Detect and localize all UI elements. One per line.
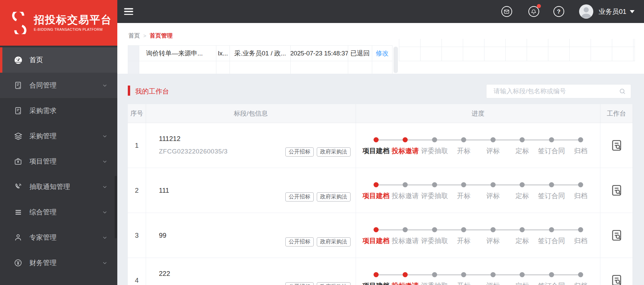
sidebar-scrollbar[interactable] — [115, 176, 117, 238]
progress-step-label: 评标 — [486, 146, 500, 156]
table-scrollbar[interactable] — [393, 47, 398, 73]
progress-dot — [549, 272, 554, 277]
progress-step-label: 投标邀请 — [392, 146, 419, 156]
progress-step-label: 定标 — [516, 191, 529, 200]
username[interactable]: 业务员01 — [599, 7, 626, 16]
package-type-tag: 政府采购法 — [317, 147, 351, 157]
package-type-tag: 政府采购法 — [317, 192, 351, 201]
empty-cell — [372, 61, 392, 74]
message-icon[interactable] — [501, 6, 512, 17]
order-status: 已退回 — [348, 46, 372, 61]
progress-dot — [578, 227, 583, 232]
progress-step-label: 定标 — [516, 236, 529, 245]
sidebar-item-procurement-mgmt[interactable]: 采购管理 — [0, 123, 117, 149]
sidebar-item-label: 综合管理 — [29, 208, 56, 217]
progress-step-label: 项目建档 — [362, 236, 389, 245]
table-header: 序号 标段/包信息 进度 工作台 — [128, 104, 633, 123]
notification-bell-icon[interactable] — [528, 6, 539, 17]
progress-step-label: 归档 — [574, 146, 588, 156]
progress-dot — [461, 227, 466, 232]
package-type-tag: 公开招标 — [285, 192, 314, 201]
progress-step-label: 项目建档 — [362, 191, 389, 200]
package-info-cell: 111公开招标政府采购法 — [146, 168, 356, 213]
sidebar-item-general-mgmt[interactable]: 综合管理 — [0, 199, 117, 225]
chevron-down-icon — [102, 82, 108, 89]
progress-dot — [461, 182, 466, 187]
progress-step-label: 签订合同 — [538, 146, 565, 156]
sidebar-item-label: 首页 — [29, 55, 43, 65]
caret-down-icon[interactable] — [630, 10, 635, 13]
progress-dot — [578, 182, 583, 187]
open-workbench-icon[interactable] — [610, 274, 623, 285]
open-workbench-icon[interactable] — [610, 184, 623, 197]
workbench-cell — [600, 258, 633, 285]
progress-dot — [403, 227, 408, 232]
empty-cell — [128, 61, 139, 74]
empty-cell — [216, 61, 230, 74]
progress-step-label: 归档 — [574, 281, 588, 285]
sidebar-item-expert-mgmt[interactable]: 专家管理 — [0, 225, 117, 250]
workbench-search — [486, 84, 631, 98]
sidebar-item-extraction-notice-mgmt[interactable]: 抽取通知管理 — [0, 174, 117, 199]
progress-step-label: 开标 — [457, 281, 471, 285]
progress-step-label: 评委抽取 — [421, 236, 448, 245]
progress-dot — [403, 182, 408, 187]
progress-cell: 项目建档投标邀请评委抽取开标评标定标签订合同归档 — [356, 168, 600, 213]
progress-step-label: 签订合同 — [538, 281, 565, 285]
finance-yuan-icon — [14, 258, 23, 267]
modify-link[interactable]: 修改 — [372, 46, 392, 61]
sidebar-item-finance-mgmt[interactable]: 财务管理 — [0, 250, 117, 276]
progress-step: 定标 — [508, 272, 537, 285]
progress-step-label: 开标 — [457, 236, 471, 245]
topbar-right: ? 业务员01 — [501, 4, 635, 19]
sidebar-item-home[interactable]: 首页 — [0, 47, 117, 73]
table-row: 1111212ZFCG023220260035/3公开招标政府采购法项目建档投标… — [128, 123, 633, 168]
breadcrumb-home[interactable]: 首页 — [128, 32, 140, 40]
table-row: 询价转单—来源申... lx... 采.业务员01 / 政... 2025-07… — [128, 46, 392, 61]
col-header-progress: 进度 — [356, 104, 600, 123]
upper-content-band: 首页 > 首页管理 询价转单—来源申... lx... 采.业务员01 / 政.… — [117, 23, 644, 74]
notification-dot — [537, 4, 541, 8]
empty-cell — [230, 61, 291, 74]
progress-step-label: 评标 — [486, 281, 500, 285]
package-type-tag: 政府采购法 — [317, 237, 351, 246]
section-marker — [128, 86, 130, 96]
breadcrumb-separator-icon: > — [143, 33, 146, 39]
progress-step: 签订合同 — [537, 272, 566, 285]
recent-orders-table: 询价转单—来源申... lx... 采.业务员01 / 政... 2025-07… — [128, 45, 392, 74]
sidebar-item-project-mgmt[interactable]: 项目管理 — [0, 149, 117, 174]
chevron-down-icon — [102, 260, 108, 266]
sidebar-item-contract-mgmt[interactable]: 合同管理 — [0, 73, 117, 98]
sidebar-item-label: 采购管理 — [29, 132, 56, 141]
sidebar-item-label: 项目管理 — [29, 157, 56, 166]
dashboard-icon — [14, 55, 23, 65]
sidebar-item-procurement-demand[interactable]: 采购需求 — [0, 98, 117, 123]
hamburger-menu-button[interactable] — [124, 8, 133, 15]
tag-list: 公开招标政府采购法 — [285, 282, 351, 285]
progress-dot — [403, 137, 408, 142]
breadcrumb-current: 首页管理 — [150, 32, 173, 40]
sidebar-item-label: 抽取通知管理 — [29, 182, 70, 191]
avatar[interactable] — [579, 4, 593, 19]
progress-steps: 项目建档投标邀请评委抽取开标评标定标签订合同归档 — [361, 225, 595, 245]
empty-cell — [291, 61, 348, 74]
package-type-tag: 公开招标 — [285, 147, 314, 157]
search-input[interactable] — [493, 87, 616, 95]
progress-step-label: 投标邀请 — [392, 236, 419, 245]
brand-title: 招投标交易平台 — [34, 14, 112, 26]
demand-doc-icon — [14, 106, 23, 115]
progress-dot — [491, 182, 496, 187]
search-icon[interactable] — [619, 88, 626, 95]
phone-icon — [14, 182, 23, 191]
chevron-down-icon — [102, 235, 108, 241]
col-header-seq: 序号 — [128, 104, 146, 123]
progress-dot — [374, 137, 379, 142]
open-workbench-icon[interactable] — [610, 229, 623, 242]
progress-step: 开标 — [449, 272, 479, 285]
open-workbench-icon[interactable] — [610, 139, 623, 152]
progress-step-label: 定标 — [516, 146, 529, 156]
row-seq: 2 — [128, 168, 146, 213]
chevron-down-icon — [102, 133, 108, 139]
help-icon[interactable]: ? — [553, 6, 564, 17]
progress-dot — [461, 137, 466, 142]
